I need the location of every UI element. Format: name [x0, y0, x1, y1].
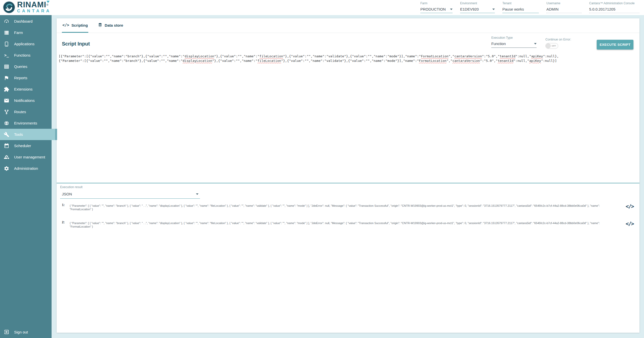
table-icon — [4, 64, 10, 70]
sidebar-item-environments[interactable]: Environments — [0, 117, 52, 129]
execute-script-button[interactable]: EXECUTE SCRIPT — [597, 40, 633, 50]
sidebar-item-extensions[interactable]: Extensions — [0, 83, 52, 95]
script-input-editor[interactable]: [{"Parameter":[{"value":"","name":"branc… — [57, 53, 639, 183]
result-text: { "Parameter": [ { "value": "", "name": … — [70, 204, 621, 211]
puzzle-icon — [4, 86, 10, 92]
sidebar-item-notifications[interactable]: Notifications — [0, 95, 52, 106]
continue-on-error-toggle[interactable]: OFF — [545, 43, 558, 49]
view-code-icon[interactable]: </> — [626, 203, 634, 209]
chevron-down-icon — [450, 9, 453, 10]
tablet-icon — [4, 41, 10, 47]
registered-mark: ® — [46, 3, 49, 6]
sign-out-button[interactable]: Sign out — [0, 326, 55, 337]
main-content-card: </> Scripting Data store Script Input Ex… — [57, 18, 639, 333]
toggle-knob — [546, 44, 551, 48]
dashboard-icon — [4, 18, 10, 24]
sidebar-item-label: Reports — [14, 76, 27, 80]
envelope-icon — [4, 98, 10, 104]
script-line: [{"Parameter":[{"value":"","name":"branc… — [59, 54, 637, 59]
header-fields: Farm PRODUCTION Environment E1DEV920 Ten… — [420, 2, 639, 13]
result-index: 1: — [62, 203, 65, 207]
username-value: ADMIN — [546, 7, 558, 11]
code-icon: </> — [62, 23, 69, 27]
execution-result-label: Execution result — [60, 185, 83, 189]
sidebar-item-label: Environments — [14, 121, 37, 125]
database-icon — [98, 23, 102, 28]
sidebar-item-label: User management — [14, 155, 45, 159]
logo-line2: CANTARA — [17, 9, 51, 14]
sidebar-item-label: Applications — [14, 42, 34, 46]
sidebar-item-label: Tools — [14, 132, 23, 137]
result-text: { "Parameter": [ { "value": "", "name": … — [70, 221, 621, 228]
view-code-icon[interactable]: </> — [626, 221, 634, 227]
page-title: Script Input — [62, 41, 90, 47]
chevron-down-icon — [196, 193, 198, 195]
sidebar-item-applications[interactable]: Applications — [0, 38, 52, 50]
sidebar-item-routes[interactable]: Routes — [0, 106, 52, 117]
environment-value: E1DEV920 — [460, 7, 479, 11]
console-version-field: Cantara™ Administration Console 5.0.0.20… — [589, 2, 639, 13]
logo-wordmark: RINAMI® CANTARA — [17, 1, 51, 14]
sign-out-icon — [4, 329, 10, 335]
flag-icon — [4, 75, 10, 81]
toggle-state-label: OFF — [552, 45, 556, 47]
logo-line1: RINAMI — [17, 0, 46, 9]
tab-label: Data store — [105, 23, 123, 27]
sidebar-item-label: Farm — [14, 30, 23, 35]
sidebar-item-reports[interactable]: Reports — [0, 72, 52, 83]
result-format-select[interactable]: JSON — [60, 192, 200, 199]
chevron-down-icon — [492, 9, 495, 10]
wrench-icon — [4, 132, 10, 138]
sign-out-label: Sign out — [14, 330, 28, 334]
top-header: RINAMI® CANTARA Farm PRODUCTION Environm… — [0, 0, 644, 15]
result-format-value: JSON — [62, 192, 72, 196]
execution-type-label: Execution Type — [491, 36, 537, 39]
calendar-icon — [4, 143, 10, 149]
sidebar-item-user-management[interactable]: User management — [0, 151, 52, 163]
sidebar-item-functions[interactable]: >_ Functions — [0, 50, 52, 61]
section-divider — [57, 183, 639, 183]
farm-label: Farm — [420, 2, 453, 5]
environment-label: Environment — [460, 2, 495, 5]
console-version-value: 5.0.0.20171205 — [589, 7, 615, 11]
sidebar-item-label: Queries — [14, 64, 27, 69]
result-index: 2: — [62, 220, 65, 224]
tenant-label: Tenant — [502, 2, 539, 5]
execution-type-value: Function — [491, 41, 506, 46]
tab-data-store[interactable]: Data store — [97, 18, 124, 33]
globe-icon — [4, 120, 10, 126]
sidebar-item-dashboard[interactable]: Dashboard — [0, 16, 52, 27]
rinami-cantara-logo: RINAMI® CANTARA — [3, 1, 51, 14]
sidebar-item-queries[interactable]: Queries — [0, 61, 52, 72]
users-icon — [4, 154, 10, 160]
sidebar-item-label: Administration — [14, 166, 38, 171]
app-root: RINAMI® CANTARA Farm PRODUCTION Environm… — [0, 0, 644, 338]
tenant-input[interactable]: Tenant Pause works — [502, 2, 539, 13]
tenant-value: Pause works — [502, 7, 524, 11]
tool-tabs: </> Scripting Data store — [57, 18, 639, 33]
terminal-icon: >_ — [4, 52, 10, 58]
sidebar-item-tools[interactable]: Tools — [0, 129, 57, 140]
username-field: Username ADMIN — [546, 2, 582, 13]
gear-icon — [4, 165, 10, 172]
chevron-down-icon — [534, 43, 537, 45]
tab-label: Scripting — [71, 23, 88, 27]
sidebar-item-label: Extensions — [14, 87, 32, 91]
logo-accent-triangle-icon — [47, 1, 50, 3]
logo-mark-icon — [3, 1, 16, 14]
script-line: {"Parameter":[{"value":"","name":"branch… — [59, 59, 637, 63]
sidebar-item-administration[interactable]: Administration — [0, 163, 52, 174]
environment-select[interactable]: Environment E1DEV920 — [460, 2, 495, 13]
sidebar-item-label: Functions — [14, 53, 30, 57]
sidebar-item-farm[interactable]: Farm — [0, 27, 52, 38]
sidebar-item-scheduler[interactable]: Scheduler — [0, 140, 52, 151]
execution-type-select[interactable]: Execution Type Function — [491, 36, 537, 48]
tab-scripting[interactable]: </> Scripting — [62, 18, 88, 33]
sidebar-item-label: Routes — [14, 110, 26, 114]
sidebar-item-label: Notifications — [14, 98, 35, 103]
farm-select[interactable]: Farm PRODUCTION — [420, 2, 453, 13]
fork-icon — [4, 109, 10, 115]
continue-on-error-control: Continue on Error: OFF — [545, 38, 571, 49]
sidebar-nav: Dashboard Farm Applications >_ Functions… — [0, 15, 52, 338]
username-label: Username — [546, 2, 582, 5]
